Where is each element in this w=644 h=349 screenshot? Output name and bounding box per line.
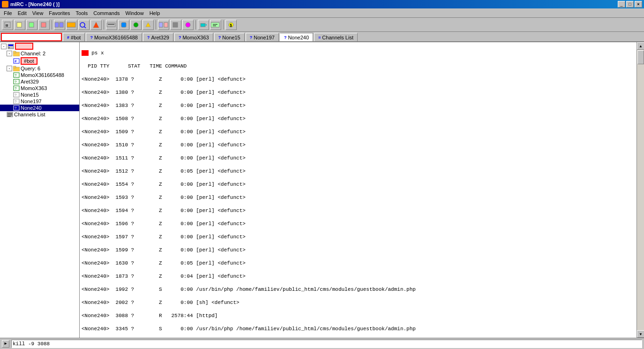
toolbar-btn-9[interactable]: [106, 20, 117, 30]
tab-momo1-label: MomoX361665488: [94, 35, 138, 40]
toolbar-btn-10[interactable]: [118, 20, 129, 30]
server-label: [15, 43, 33, 50]
toolbar-btn-1[interactable]: ⊞: [2, 20, 13, 30]
maximize-button[interactable]: □: [626, 1, 634, 8]
chat-line-19: <None240> 3345 ? S 0:00 /usr/bin/php /ho…: [82, 326, 635, 332]
main-area: - - Channel: 2 # #bot: [0, 42, 644, 338]
toolbar-btn-5[interactable]: [54, 20, 65, 30]
toolbar-btn-8[interactable]: [90, 20, 102, 30]
toolbar-btn-17[interactable]: [210, 20, 221, 30]
svg-rect-13: [121, 23, 126, 27]
server-icon: [7, 44, 14, 49]
sidebar-item-none197[interactable]: ? None197: [0, 98, 79, 105]
toolbar-btn-15[interactable]: [182, 20, 194, 30]
menu-bar: File Edit View Favorites Tools Commands …: [0, 8, 644, 18]
menu-help[interactable]: Help: [147, 8, 163, 17]
tab-search[interactable]: [1, 33, 62, 41]
sidebar-queries-group[interactable]: - Query: 6: [0, 65, 79, 72]
chat-area[interactable]: ► ps x PID TTY STAT TIME COMMAND <None24…: [80, 42, 637, 338]
svg-marker-15: [146, 23, 150, 27]
tab-none15-label: None15: [222, 35, 240, 40]
queries-expand-icon[interactable]: -: [7, 66, 12, 71]
close-button[interactable]: ×: [635, 1, 642, 8]
search-input[interactable]: [3, 34, 60, 40]
channels-expand-icon[interactable]: -: [7, 51, 12, 56]
sidebar-channels-group[interactable]: - Channel: 2: [0, 50, 79, 57]
chat-header: PID TTY STAT TIME COMMAND: [82, 63, 635, 69]
tab-momo2-icon: ?: [179, 35, 181, 40]
scroll-down-button[interactable]: ▼: [637, 330, 644, 338]
toolbar-sep-1: [52, 20, 52, 30]
chat-line-11: <None240> 1596 ? Z 0:00 [perl] <defunct>: [82, 220, 635, 227]
svg-text:?: ?: [15, 80, 17, 84]
channels-list-label: Channels List: [14, 112, 45, 117]
toolbar: ⊞: [0, 18, 644, 32]
server-expand-icon[interactable]: -: [1, 44, 7, 49]
sidebar-item-none15[interactable]: ? None15: [0, 91, 79, 98]
tab-none240[interactable]: ? None240: [280, 33, 313, 41]
svg-rect-11: [107, 23, 115, 27]
chat-line-14: <None240> 1630 ? Z 0:05 [perl] <defunct>: [82, 260, 635, 266]
menu-favorites[interactable]: Favorites: [46, 8, 73, 17]
sidebar-item-bot[interactable]: # #bot: [0, 57, 79, 65]
tab-momo1[interactable]: ? MomoX361665488: [86, 33, 142, 41]
toolbar-btn-6[interactable]: [66, 20, 77, 30]
chat-line-6: <None240> 1511 ? Z 0:00 [perl] <defunct>: [82, 155, 635, 161]
none240-label: None240: [21, 105, 42, 111]
svg-text:?: ?: [15, 99, 17, 104]
toolbar-btn-13[interactable]: [158, 20, 169, 30]
input-arrow-left[interactable]: ►: [2, 340, 9, 348]
menu-commands[interactable]: Commands: [90, 8, 122, 17]
chat-line-7: <None240> 1512 ? Z 0:05 [perl] <defunct>: [82, 168, 635, 174]
minimize-button[interactable]: _: [618, 1, 625, 8]
scroll-track[interactable]: [637, 50, 644, 330]
svg-text:?: ?: [15, 86, 17, 91]
tab-none15[interactable]: ? None15: [214, 33, 245, 41]
tab-channels-icon: ≡: [318, 35, 321, 40]
svg-text:#: #: [15, 59, 17, 63]
svg-rect-5: [55, 23, 59, 27]
sidebar-item-channels-list[interactable]: Channels List: [0, 111, 79, 118]
menu-view[interactable]: View: [30, 8, 46, 17]
scroll-up-button[interactable]: ▲: [637, 42, 644, 50]
menu-window[interactable]: Window: [123, 8, 147, 17]
tab-aret[interactable]: ? Aret329: [143, 33, 173, 41]
chat-line-4: <None240> 1509 ? Z 0:00 [perl] <defunct>: [82, 129, 635, 135]
toolbar-btn-3[interactable]: [26, 20, 37, 30]
svg-point-8: [80, 23, 85, 27]
sidebar-item-momo1[interactable]: ? MomoX361665488: [0, 72, 79, 78]
toolbar-btn-12[interactable]: [142, 20, 154, 30]
sidebar-item-momo2[interactable]: ? MomoX363: [0, 85, 79, 91]
chat-line-17: <None240> 2002 ? Z 0:00 [sh] <defunct>: [82, 299, 635, 306]
toolbar-btn-18[interactable]: $: [225, 20, 237, 30]
toolbar-btn-2[interactable]: [14, 20, 25, 30]
tab-momo2[interactable]: ? MomoX363: [174, 33, 213, 41]
queries-group-label: Query: 6: [21, 66, 40, 71]
chat-line-3: <None240> 1508 ? Z 0:00 [perl] <defunct>: [82, 115, 635, 122]
scroll-thumb[interactable]: [637, 50, 644, 64]
scrollbar-vertical[interactable]: ▲ ▼: [637, 42, 644, 338]
chat-line-18: <None240> 3088 ? R 2578:44 [httpd]: [82, 312, 635, 319]
toolbar-btn-11[interactable]: [130, 20, 142, 30]
menu-file[interactable]: File: [1, 8, 15, 17]
sidebar-item-none240[interactable]: ? None240: [0, 105, 79, 111]
menu-tools[interactable]: Tools: [73, 8, 91, 17]
sidebar-item-aret[interactable]: ? Aret329: [0, 78, 79, 85]
svg-text:?: ?: [15, 73, 17, 77]
tab-none197-icon: ?: [250, 35, 253, 40]
toolbar-btn-7[interactable]: [78, 20, 90, 30]
chat-input[interactable]: [11, 340, 642, 348]
tab-aret-label: Aret329: [151, 35, 169, 40]
toolbar-btn-16[interactable]: [198, 20, 209, 30]
tab-channels-label: Channels List: [322, 35, 353, 40]
menu-edit[interactable]: Edit: [15, 8, 30, 17]
title-controls: _ □ ×: [618, 1, 642, 8]
toolbar-btn-14[interactable]: [170, 20, 181, 30]
tab-channels[interactable]: ≡ Channels List: [314, 33, 358, 41]
tab-none197[interactable]: ? None197: [246, 33, 279, 41]
sidebar-server[interactable]: -: [0, 42, 79, 50]
tab-bot-label: #bot: [71, 35, 81, 40]
tab-bot[interactable]: # #bot: [63, 33, 85, 41]
toolbar-btn-4[interactable]: [38, 20, 50, 30]
svg-text:?: ?: [15, 93, 17, 97]
